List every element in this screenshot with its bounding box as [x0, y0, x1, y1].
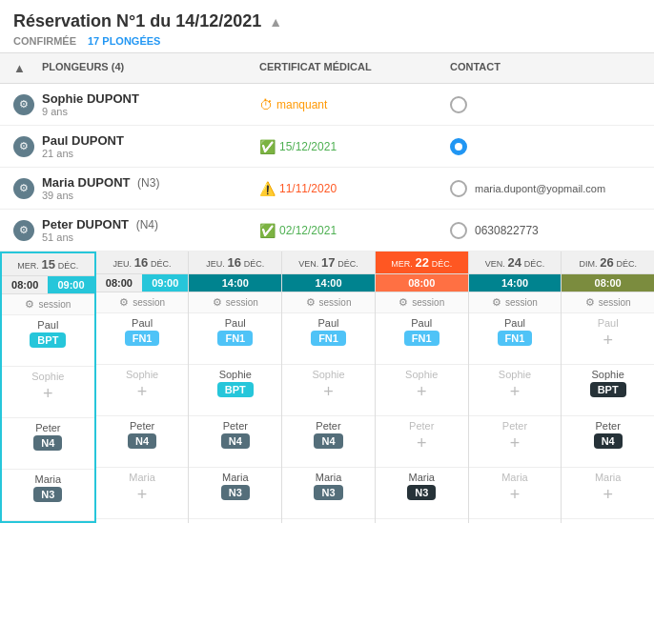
gear-icon-maria[interactable]: ⚙	[13, 178, 34, 199]
cal-sophie-cell-3[interactable]: Sophie+	[282, 365, 375, 416]
sophie-plus-icon[interactable]: +	[102, 382, 183, 402]
cal-time-3-0: 14:00	[282, 274, 375, 292]
sort-header[interactable]: ▲	[13, 61, 42, 75]
cal-paul-cell-6[interactable]: Paul+	[562, 313, 654, 365]
contact-radio-sophie[interactable]	[450, 96, 467, 113]
sophie-name-label: Sophie	[194, 369, 276, 380]
peter-plus-icon[interactable]: +	[475, 433, 556, 453]
sophie-plus-icon[interactable]: +	[8, 384, 89, 404]
cal-paul-cell-4[interactable]: PaulFN1	[376, 313, 468, 365]
maria-plus-icon[interactable]: +	[102, 485, 183, 505]
peter-plus-icon[interactable]: +	[381, 433, 462, 453]
cal-time-row-3: 14:00	[282, 274, 375, 292]
chevron-icon[interactable]: ▲	[269, 14, 282, 30]
cal-sophie-cell-0[interactable]: Sophie+	[2, 367, 94, 418]
cal-sophie-cell-2[interactable]: SophieBPT	[189, 365, 281, 416]
peter-level-tag: N4	[314, 433, 342, 449]
cal-time-row-2: 14:00	[189, 274, 281, 292]
session-gear-icon: ⚙	[119, 296, 129, 309]
diver-contact-sophie[interactable]	[450, 96, 641, 113]
cal-peter-cell-0[interactable]: PeterN4	[2, 418, 94, 470]
paul-name-label: Paul	[381, 317, 462, 329]
cal-time-5-0: 14:00	[469, 274, 562, 292]
paul-level-tag: BPT	[30, 332, 66, 348]
session-gear-icon: ⚙	[399, 296, 408, 309]
cal-sophie-cell-4[interactable]: Sophie+	[376, 365, 468, 416]
maria-plus-icon[interactable]: +	[567, 485, 648, 505]
paul-level-tag: FN1	[311, 331, 346, 346]
cal-maria-cell-6[interactable]: Maria+	[562, 468, 654, 519]
warn-icon-maria: ⚠️	[259, 181, 276, 196]
check-icon-peter: ✅	[259, 223, 276, 238]
diver-gear-maria[interactable]: ⚙	[13, 178, 42, 199]
cal-sophie-cell-6[interactable]: SophieBPT	[562, 365, 654, 416]
diver-info-maria: Maria DUPONT (N3) 39 ans	[42, 175, 259, 201]
session-label: session	[226, 297, 258, 308]
cal-header-6: DIM. 26 DÉC.	[562, 252, 654, 274]
maria-name-label: Maria	[102, 472, 183, 483]
cal-session-row-4[interactable]: ⚙session	[376, 292, 468, 313]
peter-name-label: Peter	[381, 420, 462, 432]
sophie-plus-icon[interactable]: +	[288, 382, 369, 402]
cal-session-row-3[interactable]: ⚙session	[282, 292, 375, 313]
cal-session-row-0[interactable]: ⚙session	[2, 294, 94, 315]
cal-paul-cell-1[interactable]: PaulFN1	[96, 313, 189, 365]
peter-level-tag: N4	[221, 433, 250, 449]
calendar-section: MER. 15 DÉC.08:0009:00⚙sessionPaulBPTSop…	[0, 252, 654, 523]
cal-maria-cell-3[interactable]: MariaN3	[282, 468, 375, 519]
cal-peter-cell-5[interactable]: Peter+	[469, 416, 562, 468]
contact-email-maria: maria.dupont@yopmail.com	[475, 183, 605, 194]
cal-peter-cell-4[interactable]: Peter+	[376, 416, 468, 468]
cal-sophie-cell-1[interactable]: Sophie+	[96, 365, 189, 416]
maria-name-label: Maria	[475, 472, 556, 483]
cal-maria-cell-0[interactable]: MariaN3	[2, 470, 94, 521]
diver-gear-peter[interactable]: ⚙	[13, 220, 42, 241]
contact-radio-peter[interactable]	[450, 222, 467, 239]
cal-paul-cell-5[interactable]: PaulFN1	[469, 313, 562, 365]
header-subtitle: CONFIRMÉE 17 PLONGÉES	[13, 35, 641, 47]
cal-paul-cell-3[interactable]: PaulFN1	[282, 313, 375, 365]
cal-session-row-2[interactable]: ⚙session	[189, 292, 281, 313]
cal-session-row-6[interactable]: ⚙session	[562, 292, 654, 313]
gear-icon-paul[interactable]: ⚙	[13, 136, 34, 157]
peter-name-label: Peter	[102, 420, 183, 432]
peter-name-label: Peter	[8, 422, 89, 433]
contact-radio-paul[interactable]	[450, 138, 467, 155]
diver-gear-sophie[interactable]: ⚙	[13, 94, 42, 115]
certif-ok-paul: ✅ 15/12/2021	[259, 139, 450, 154]
maria-plus-icon[interactable]: +	[475, 485, 556, 505]
diver-certif-paul: ✅ 15/12/2021	[259, 139, 450, 154]
plongeurs-header: PLONGEURS (4)	[42, 61, 259, 75]
cal-session-row-5[interactable]: ⚙session	[469, 292, 562, 313]
gear-icon-sophie[interactable]: ⚙	[13, 94, 34, 115]
cal-session-row-1[interactable]: ⚙session	[96, 292, 189, 313]
session-gear-icon: ⚙	[585, 296, 595, 309]
diver-age-sophie: 9 ans	[42, 106, 259, 117]
sophie-plus-icon[interactable]: +	[475, 382, 556, 402]
diver-gear-paul[interactable]: ⚙	[13, 136, 42, 157]
cal-col-1: JEU. 16 DÉC.08:0009:00⚙sessionPaulFN1Sop…	[96, 252, 190, 523]
cal-peter-cell-2[interactable]: PeterN4	[189, 416, 281, 468]
peter-level-tag: N4	[128, 433, 156, 449]
cal-peter-cell-6[interactable]: PeterN4	[562, 416, 654, 468]
diver-contact-paul[interactable]	[450, 138, 641, 155]
paul-plus-icon[interactable]: +	[567, 331, 648, 351]
cal-peter-cell-3[interactable]: PeterN4	[282, 416, 375, 468]
diver-name-paul: Paul DUPONT	[42, 133, 259, 148]
diver-age-peter: 51 ans	[42, 231, 259, 243]
gear-icon-peter[interactable]: ⚙	[13, 220, 34, 241]
cal-maria-cell-5[interactable]: Maria+	[469, 468, 562, 519]
cal-paul-cell-0[interactable]: PaulBPT	[2, 315, 94, 367]
diver-row-paul: ⚙ Paul DUPONT 21 ans ✅ 15/12/2021	[0, 126, 654, 168]
certif-missing-sophie: ⏱ manquant	[259, 97, 450, 112]
cal-paul-cell-2[interactable]: PaulFN1	[189, 313, 281, 365]
cal-maria-cell-2[interactable]: MariaN3	[189, 468, 281, 519]
cal-maria-cell-1[interactable]: Maria+	[96, 468, 189, 519]
contact-radio-maria[interactable]	[450, 180, 467, 197]
cal-sophie-cell-5[interactable]: Sophie+	[469, 365, 562, 416]
paul-level-tag: FN1	[125, 331, 160, 346]
cal-peter-cell-1[interactable]: PeterN4	[96, 416, 189, 468]
sophie-plus-icon[interactable]: +	[381, 382, 462, 402]
cal-maria-cell-4[interactable]: MariaN3	[376, 468, 468, 519]
plongees-badge[interactable]: 17 PLONGÉES	[88, 35, 160, 47]
